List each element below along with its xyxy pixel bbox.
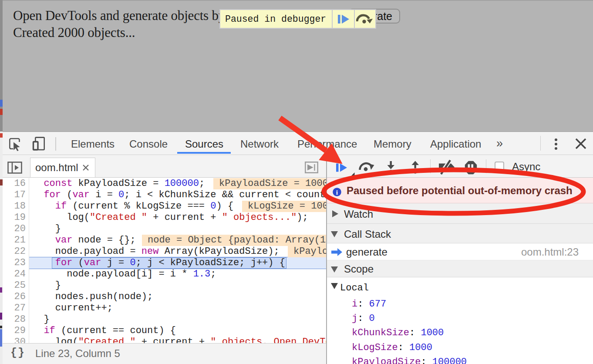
svg-text:i: i <box>336 189 338 196</box>
